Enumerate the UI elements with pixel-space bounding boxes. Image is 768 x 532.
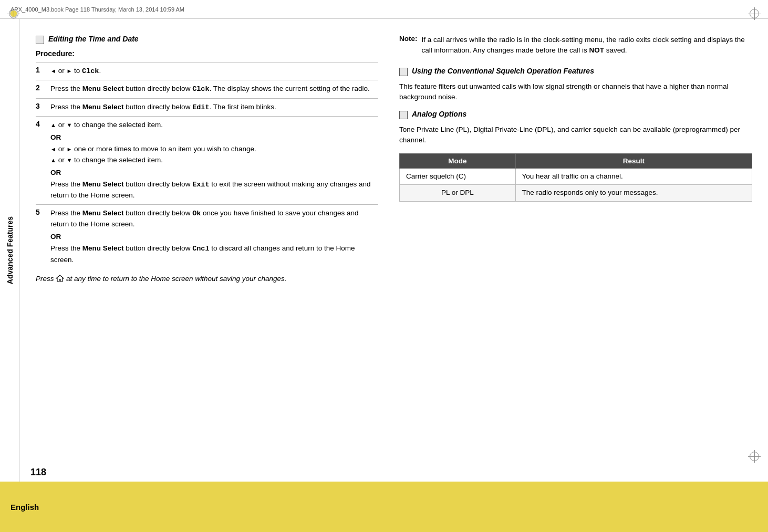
step-number-1: 1 — [36, 66, 44, 77]
bottom-bar-label: English — [11, 503, 39, 512]
footer-italic: Press at any time to return to the Home … — [36, 274, 378, 284]
procedure-label: Procedure: — [36, 49, 378, 58]
right-column: Note: If a call arrives while the radio … — [394, 19, 768, 463]
step-number-3: 3 — [36, 102, 44, 113]
section3-desc: Tone Private Line (PL), Digital Private-… — [399, 124, 752, 146]
side-tab-label: Advanced Features — [6, 216, 14, 284]
step-content-5: Press the Menu Select button directly be… — [50, 208, 378, 265]
step-5: 5 Press the Menu Select button directly … — [36, 204, 378, 268]
left-column: Editing the Time and Date Procedure: 1 ◄… — [20, 19, 394, 463]
svg-marker-0 — [56, 275, 64, 281]
table-header-mode: Mode — [400, 153, 516, 168]
table-header-result: Result — [515, 153, 752, 168]
section-header-2: Using the Conventional Squelch Operation… — [399, 67, 752, 76]
note-text: If a call arrives while the radio is in … — [422, 35, 753, 56]
table-row: PL or DPL The radio responds only to you… — [400, 185, 752, 202]
section2-desc: This feature filters out unwanted calls … — [399, 81, 752, 103]
step-2: 2 Press the Menu Select button directly … — [36, 80, 378, 98]
bottom-bar: English — [0, 482, 768, 532]
section-title-2: Using the Conventional Squelch Operation… — [412, 67, 594, 75]
section-header-3: Analog Options — [399, 110, 752, 119]
table-row: Carrier squelch (C) You hear all traffic… — [400, 168, 752, 185]
step-content-1: ◄ or ► to Clck. — [50, 66, 378, 77]
main-content: Editing the Time and Date Procedure: 1 ◄… — [20, 19, 768, 463]
top-bar-text: APX_4000_M3.book Page 118 Thursday, Marc… — [11, 6, 184, 13]
page-number: 118 — [20, 463, 46, 482]
note-block: Note: If a call arrives while the radio … — [399, 35, 752, 56]
crosshair-top-left — [7, 7, 20, 20]
step-1: 1 ◄ or ► to Clck. — [36, 62, 378, 80]
step-4: 4 ▲ or ▼ to change the selected item. OR… — [36, 116, 378, 204]
section-icon-1 — [36, 36, 44, 44]
home-icon — [56, 275, 64, 282]
step-number-5: 5 — [36, 208, 44, 265]
table-cell-mode-2: PL or DPL — [400, 185, 516, 202]
section-icon-3 — [399, 111, 408, 119]
step-number-4: 4 — [36, 120, 44, 201]
section-title-1: Editing the Time and Date — [48, 35, 139, 43]
section-header-1: Editing the Time and Date — [36, 35, 378, 44]
side-tab: Advanced Features — [0, 19, 20, 482]
step-number-2: 2 — [36, 84, 44, 95]
top-bar: APX_4000_M3.book Page 118 Thursday, Marc… — [0, 0, 768, 19]
note-label: Note: — [399, 35, 418, 56]
crosshair-top-right — [748, 7, 761, 20]
step-content-3: Press the Menu Select button directly be… — [50, 102, 378, 113]
section-icon-2 — [399, 68, 408, 76]
section-title-3: Analog Options — [412, 110, 466, 118]
step-content-4: ▲ or ▼ to change the selected item. OR ◄… — [50, 120, 378, 201]
table-cell-result-2: The radio responds only to your messages… — [515, 185, 752, 202]
step-content-2: Press the Menu Select button directly be… — [50, 84, 378, 95]
table-cell-result-1: You hear all traffic on a channel. — [515, 168, 752, 185]
analog-options-table: Mode Result Carrier squelch (C) You hear… — [399, 153, 752, 202]
table-cell-mode-1: Carrier squelch (C) — [400, 168, 516, 185]
step-3: 3 Press the Menu Select button directly … — [36, 98, 378, 116]
